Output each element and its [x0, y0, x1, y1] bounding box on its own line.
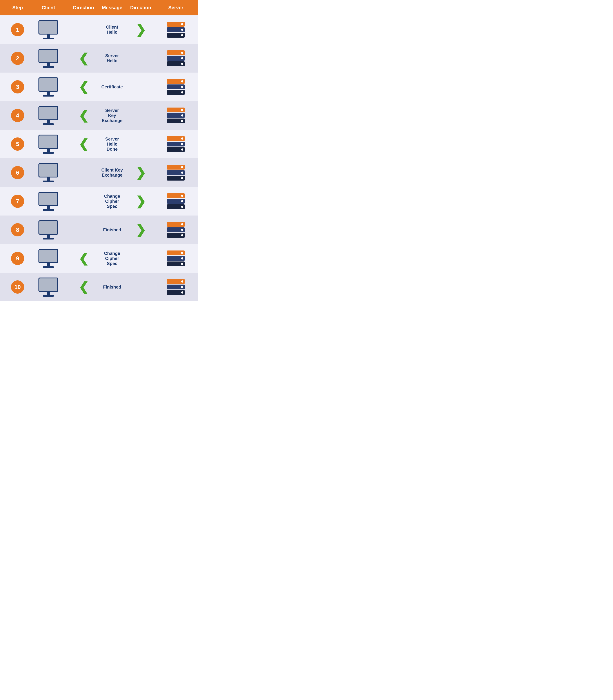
- server-dot: [181, 252, 183, 254]
- client-col: [31, 220, 66, 240]
- server-unit-mid: [167, 142, 185, 147]
- monitor-neck: [47, 92, 50, 95]
- server-unit-top: [167, 279, 185, 284]
- header-server: Server: [158, 5, 193, 11]
- server-stack-icon: [167, 222, 185, 238]
- monitor-neck: [47, 263, 50, 266]
- monitor-screen: [38, 106, 58, 120]
- step-badge: 4: [11, 109, 24, 122]
- server-dot: [181, 177, 183, 179]
- server-dot: [181, 120, 183, 122]
- server-dot: [181, 29, 183, 31]
- right-arrow-icon: ❯: [135, 24, 146, 36]
- monitor-neck: [47, 35, 50, 38]
- table-row: 5 ❮Server Hello Done: [0, 130, 198, 158]
- server-dot: [181, 34, 183, 36]
- step-col: 4: [4, 109, 31, 122]
- header-direction2: Direction: [123, 5, 158, 11]
- message-col: Certificate: [101, 85, 123, 89]
- server-dot: [181, 263, 183, 265]
- server-unit-bot: [167, 147, 185, 152]
- step-col: 1: [4, 23, 31, 36]
- server-unit-top: [167, 251, 185, 255]
- server-dot: [181, 195, 183, 197]
- server-stack-icon: [167, 107, 185, 123]
- server-stack-icon: [167, 136, 185, 152]
- message-col: Server Key Exchange: [101, 108, 123, 123]
- monitor-base: [43, 66, 54, 68]
- direction-client-col: ❮: [66, 138, 101, 150]
- header-message: Message: [101, 5, 123, 11]
- server-dot: [181, 171, 183, 174]
- monitor-base: [43, 152, 54, 154]
- server-unit-mid: [167, 56, 185, 61]
- message-text: Change Cipher Spec: [101, 251, 123, 266]
- direction-client-col: ❮: [66, 52, 101, 64]
- direction-client-col: ❮: [66, 109, 101, 122]
- monitor-neck: [47, 206, 50, 209]
- message-col: Change Cipher Spec: [101, 194, 123, 209]
- direction-server-col: ❯: [123, 24, 158, 36]
- step-badge: 8: [11, 223, 24, 237]
- message-col: Server Hello: [101, 53, 123, 63]
- server-dot: [181, 257, 183, 259]
- message-text: Finished: [103, 284, 121, 290]
- left-arrow-icon: ❮: [78, 281, 89, 293]
- left-arrow-icon: ❮: [78, 138, 89, 150]
- server-unit-top: [167, 193, 185, 198]
- server-col: [158, 279, 193, 295]
- client-monitor-icon: [38, 220, 58, 240]
- message-text: Server Key Exchange: [101, 108, 123, 123]
- client-monitor-icon: [38, 106, 58, 125]
- table-row: 7 Change Cipher Spec❯: [0, 187, 198, 216]
- right-arrow-icon: ❯: [135, 195, 146, 207]
- step-col: 8: [4, 223, 31, 237]
- server-col: [158, 136, 193, 152]
- table-row: 2 ❮Server Hello: [0, 44, 198, 73]
- server-dot: [181, 166, 183, 168]
- server-dot: [181, 86, 183, 88]
- right-arrow-icon: ❯: [135, 224, 146, 236]
- client-col: [31, 20, 66, 39]
- server-dot: [181, 63, 183, 65]
- server-stack-icon: [167, 50, 185, 66]
- monitor-base: [43, 123, 54, 125]
- message-text: Client Key Exchange: [101, 168, 123, 178]
- table-row: 1 Client Hello❯: [0, 15, 198, 44]
- server-stack-icon: [167, 165, 185, 180]
- step-col: 9: [4, 252, 31, 265]
- left-arrow-icon: ❮: [78, 81, 89, 93]
- client-col: [31, 192, 66, 211]
- server-unit-bot: [167, 90, 185, 95]
- step-badge: 9: [11, 252, 24, 265]
- step-col: 7: [4, 195, 31, 208]
- direction-server-col: ❯: [123, 224, 158, 236]
- rows-container: 1 Client Hello❯ 2 ❮Server Hello 3 ❮Certi…: [0, 15, 198, 301]
- server-stack-icon: [167, 279, 185, 295]
- server-unit-bot: [167, 262, 185, 266]
- direction-server-col: ❯: [123, 166, 158, 179]
- monitor-screen: [38, 278, 58, 292]
- server-unit-top: [167, 22, 185, 27]
- server-dot: [181, 138, 183, 140]
- server-dot: [181, 206, 183, 208]
- monitor-neck: [47, 149, 50, 152]
- server-unit-bot: [167, 176, 185, 180]
- direction-server-col: ❯: [123, 195, 158, 207]
- server-col: [158, 107, 193, 123]
- server-dot: [181, 291, 183, 294]
- server-dot: [181, 80, 183, 82]
- header-direction1: Direction: [66, 5, 101, 11]
- monitor-neck: [47, 235, 50, 238]
- monitor-screen: [38, 49, 58, 63]
- client-monitor-icon: [38, 20, 58, 39]
- server-unit-bot: [167, 118, 185, 123]
- server-dot: [181, 91, 183, 93]
- client-col: [31, 106, 66, 125]
- message-col: Finished: [101, 284, 123, 290]
- message-text: Client Hello: [101, 25, 123, 35]
- server-unit-mid: [167, 284, 185, 289]
- server-dot: [181, 109, 183, 111]
- server-col: [158, 50, 193, 66]
- monitor-screen: [38, 20, 58, 35]
